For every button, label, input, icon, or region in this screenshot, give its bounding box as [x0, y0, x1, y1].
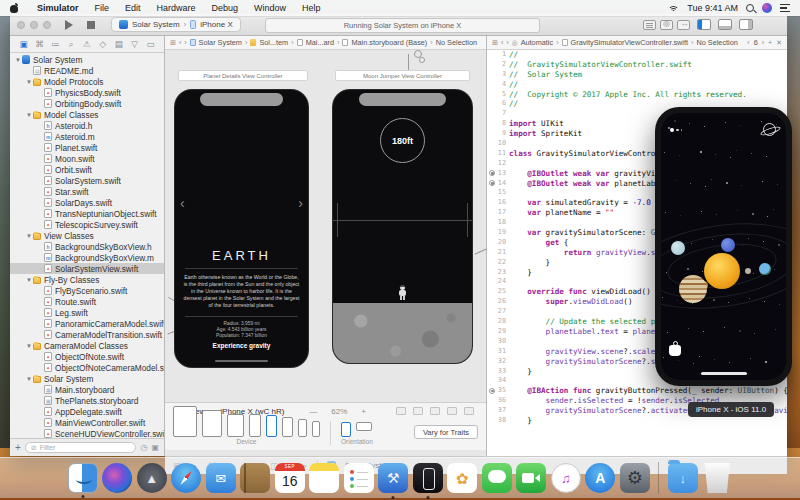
- report-navigator-icon[interactable]: ▭: [145, 39, 156, 49]
- project-navigator-icon[interactable]: ▣: [18, 39, 29, 49]
- add-editor-icon[interactable]: +: [768, 39, 772, 46]
- file-tree-row[interactable]: ▼Model Protocols: [10, 76, 164, 87]
- pin-icon[interactable]: [447, 407, 457, 415]
- file-tree-row[interactable]: ✦PhysicsBody.swift: [10, 87, 164, 98]
- dock-item-messages[interactable]: [482, 463, 512, 493]
- notification-center-icon[interactable]: [780, 4, 790, 12]
- file-tree-row[interactable]: ▼Fly-By Classes: [10, 274, 164, 285]
- source-control-icon[interactable]: ⌘: [34, 39, 45, 49]
- recent-files-icon[interactable]: ◷: [140, 443, 147, 452]
- file-tree-row[interactable]: ▦Main.storyboard: [10, 384, 164, 395]
- file-tree-row[interactable]: ✦FlyByScenario.swift: [10, 285, 164, 296]
- gravity-weight-icon[interactable]: [669, 344, 681, 356]
- prev-planet-chevron[interactable]: ‹: [180, 195, 185, 211]
- file-tree-row[interactable]: ✦Planet.swift: [10, 142, 164, 153]
- menu-clock[interactable]: Tue 9:41 AM: [687, 3, 738, 13]
- dock-item-trash[interactable]: [702, 463, 732, 493]
- device-option-5[interactable]: [282, 417, 293, 437]
- file-tree-row[interactable]: ✦MainViewController.swift: [10, 417, 164, 428]
- file-tree-row[interactable]: ▦ThePlanets.storyboard: [10, 395, 164, 406]
- toggle-navigator-button[interactable]: [697, 19, 711, 30]
- breadcrumb-item[interactable]: No Selection: [696, 38, 737, 47]
- dock-item-facetime[interactable]: [516, 463, 546, 493]
- device-option-0[interactable]: [173, 406, 197, 437]
- resolve-icon[interactable]: [464, 407, 474, 415]
- forward-icon[interactable]: ›: [506, 39, 508, 46]
- orientation-landscape[interactable]: [356, 422, 372, 431]
- code-line[interactable]: 5// Copyright © 2017 Apple Inc. All righ…: [487, 90, 787, 100]
- filter-input[interactable]: ⊘Filter: [25, 442, 137, 453]
- file-tree-row[interactable]: ✦Route.swift: [10, 296, 164, 307]
- toggle-inspector-button[interactable]: [739, 19, 753, 30]
- file-tree-row[interactable]: hBackgroundSkyBoxView.h: [10, 241, 164, 252]
- file-tree-row[interactable]: ▼Model Classes: [10, 109, 164, 120]
- simulator-screen[interactable]: [661, 113, 786, 380]
- file-tree-row[interactable]: ▤README.md: [10, 65, 164, 76]
- storyboard-canvas[interactable]: Planet Details View Controller ‹ › EARTH…: [165, 50, 486, 402]
- file-tree-row[interactable]: ✦Leg.swift: [10, 307, 164, 318]
- file-tree-row[interactable]: hAsteroid.h: [10, 120, 164, 131]
- dock-item-calendar[interactable]: SEP16: [275, 463, 305, 493]
- file-tree-row[interactable]: ✦OrbitingBody.swift: [10, 98, 164, 109]
- vary-for-traits-button[interactable]: Vary for Traits: [414, 425, 478, 439]
- saturn-menu-icon[interactable]: [763, 123, 776, 136]
- debug-navigator-icon[interactable]: ▤: [113, 39, 124, 49]
- menu-item-hardware[interactable]: Hardware: [149, 3, 204, 13]
- file-tree-row[interactable]: ✦SolarSystem.swift: [10, 175, 164, 186]
- file-tree-row[interactable]: ✦TransNeptunianObject.swift: [10, 208, 164, 219]
- scene1-phone-preview[interactable]: ‹ › EARTH Earth otherwise known as the W…: [175, 90, 308, 367]
- dock-item-itunes[interactable]: ♫: [551, 463, 581, 493]
- file-tree-row[interactable]: ✦Moon.swift: [10, 153, 164, 164]
- apple-menu-icon[interactable]: [10, 4, 19, 13]
- file-tree-row[interactable]: ✦ObjectOfNoteCameraModel.swift: [10, 362, 164, 373]
- device-option-7[interactable]: [312, 421, 320, 437]
- file-tree-row[interactable]: ✦TelescopicSurvey.swift: [10, 219, 164, 230]
- align-icon[interactable]: [430, 407, 440, 415]
- sim-home-indicator[interactable]: [701, 372, 747, 375]
- dock-item-photos[interactable]: ✿: [447, 463, 477, 493]
- breadcrumb-item[interactable]: Sol...tem: [250, 38, 288, 47]
- file-tree-row[interactable]: mAsteroid.m: [10, 131, 164, 142]
- file-tree-row[interactable]: ✦ObjectOfNote.swift: [10, 351, 164, 362]
- breadcrumb-item[interactable]: Solar System: [190, 38, 242, 47]
- file-tree-row[interactable]: mBackgroundSkyBoxView.m: [10, 252, 164, 263]
- device-option-4[interactable]: [266, 415, 277, 437]
- back-icon[interactable]: ‹: [501, 39, 503, 46]
- stop-button[interactable]: [87, 21, 95, 29]
- dock-item-safari[interactable]: [171, 463, 201, 493]
- file-tree-row[interactable]: ▼CameraModel Classes: [10, 340, 164, 351]
- breadcrumb-item[interactable]: GravitySimulatorViewController.swift: [562, 38, 688, 47]
- file-tree-row[interactable]: ✦SceneHUDViewController.swift: [10, 428, 164, 438]
- dock-item-notes[interactable]: [309, 463, 339, 493]
- dock-item-app-store[interactable]: A: [585, 463, 615, 493]
- scm-status-icon[interactable]: ▣: [151, 443, 159, 452]
- disclosure-icon[interactable]: ▼: [25, 79, 33, 85]
- file-tree-row[interactable]: ▼Solar System: [10, 54, 164, 65]
- file-tree-row[interactable]: ✦Star.swift: [10, 186, 164, 197]
- issue-navigator-icon[interactable]: ⚠: [82, 39, 93, 49]
- scene1-title[interactable]: Planet Details View Controller: [178, 70, 308, 81]
- disclosure-icon[interactable]: ▼: [25, 277, 33, 283]
- file-tree-row[interactable]: ✦SolarSystemView.swift: [10, 263, 164, 274]
- dock-item-launchpad[interactable]: ▲: [137, 463, 167, 493]
- close-editor-icon[interactable]: ✕: [776, 39, 782, 47]
- menu-item-help[interactable]: Help: [294, 3, 329, 13]
- related-items-icon[interactable]: ⊞: [492, 39, 498, 47]
- code-line[interactable]: 3// Solar System: [487, 70, 787, 80]
- toggle-debug-area-button[interactable]: [718, 19, 732, 30]
- update-frames-icon[interactable]: [396, 407, 406, 415]
- dock-item-siri[interactable]: [102, 463, 132, 493]
- menu-item-debug[interactable]: Debug: [204, 3, 247, 13]
- file-tree-row[interactable]: ✦Orbit.swift: [10, 164, 164, 175]
- find-navigator-icon[interactable]: ⌕: [66, 39, 77, 50]
- file-tree-row[interactable]: ✦SolarDays.swift: [10, 197, 164, 208]
- dock-item-xcode[interactable]: ⚒: [378, 463, 408, 493]
- dock-item-reminders[interactable]: [344, 463, 374, 493]
- breadcrumb-item[interactable]: Mai...ard: [297, 38, 334, 47]
- device-option-1[interactable]: [202, 410, 222, 437]
- disclosure-icon[interactable]: ▼: [25, 343, 33, 349]
- code-line[interactable]: 1//: [487, 50, 787, 60]
- next-issue-icon[interactable]: ›: [762, 39, 764, 46]
- breadcrumb-item[interactable]: ◎Automatic: [512, 38, 554, 47]
- run-button[interactable]: [65, 20, 73, 30]
